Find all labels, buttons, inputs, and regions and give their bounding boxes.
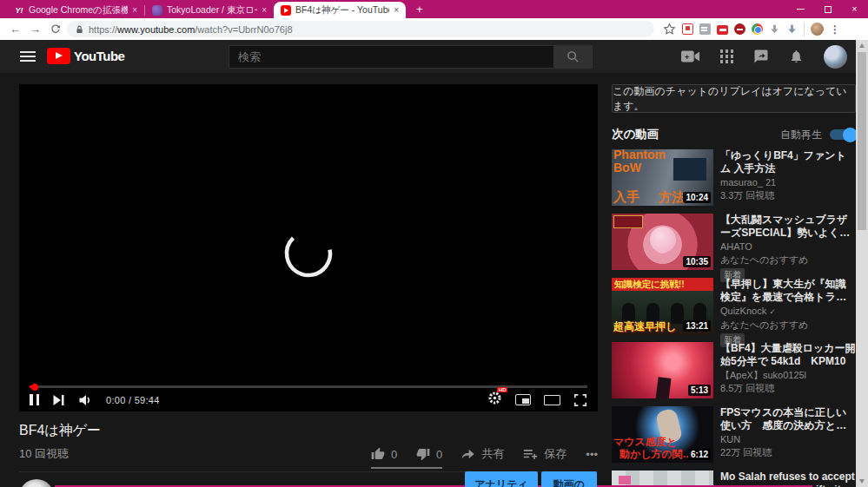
back-button[interactable]: ← xyxy=(7,23,23,35)
tab-close-icon[interactable]: × xyxy=(132,5,137,15)
suggested-views: 3.3万 回視聴 xyxy=(720,189,856,201)
theater-mode-button[interactable] xyxy=(544,395,560,405)
like-count: 0 xyxy=(391,448,397,461)
suggested-title[interactable]: 【大乱闘スマッシュブラザーズSPECIAL】勢いよく飛び出し... xyxy=(720,214,856,240)
video-thumbnail[interactable]: マウス感度と 動かし方の関.. 6:12 xyxy=(612,406,713,463)
share-button[interactable]: 共有 xyxy=(461,446,504,462)
video-thumbnail[interactable]: Phantom BoW 入手 方法 10:24 xyxy=(612,149,713,206)
chrome-menu-icon[interactable]: ⋮ xyxy=(830,23,840,36)
toolbar-separator xyxy=(804,23,805,36)
pause-button[interactable] xyxy=(30,394,39,405)
maximize-button[interactable] xyxy=(814,0,841,18)
tab-close-icon[interactable]: × xyxy=(394,5,399,15)
close-button[interactable]: × xyxy=(841,0,868,18)
suggested-video-2[interactable]: 10:35 【大乱闘スマッシュブラザーズSPECIAL】勢いよく飛び出し... … xyxy=(612,214,856,270)
more-actions-button[interactable]: ••• xyxy=(586,448,598,461)
plus-icon: + xyxy=(685,53,689,62)
thumbnail-art xyxy=(613,215,643,228)
account-avatar[interactable] xyxy=(824,45,847,69)
youtube-logo[interactable]: YouTube xyxy=(47,48,124,64)
browser-tab-1[interactable]: Y! Google Chromeの拡張機能につい × xyxy=(7,2,144,18)
extension-icon-1[interactable] xyxy=(682,23,693,35)
download-arrow-icon-2[interactable] xyxy=(786,23,798,35)
grape-favicon xyxy=(152,5,162,16)
hamburger-menu-icon[interactable] xyxy=(20,51,36,62)
suggested-video-4[interactable]: 5:13 【BF4】大量虐殺ロッカー開始5分半で 54k1d KPM10 【Ap… xyxy=(612,342,856,398)
thumbnail-text: 方法 xyxy=(659,189,685,206)
create-video-button[interactable]: + xyxy=(681,49,700,63)
next-button[interactable] xyxy=(52,393,65,407)
notifications-bell-icon[interactable] xyxy=(789,49,804,64)
video-thumbnail[interactable]: 知識検定に挑戦!! 超高速早押し 13:21 xyxy=(612,278,713,334)
extension-icon-5[interactable] xyxy=(752,23,763,35)
forward-button[interactable]: → xyxy=(27,23,43,35)
autoplay-toggle[interactable] xyxy=(830,129,856,140)
analytics-button[interactable]: アナリティクス xyxy=(465,471,538,487)
like-button[interactable]: 0 xyxy=(371,447,397,461)
dislike-button[interactable]: 0 xyxy=(416,447,442,461)
tab-close-icon[interactable]: × xyxy=(262,5,267,15)
player-controls: 0:00 / 59:44 HD xyxy=(19,382,598,411)
suggested-channel: 【ApeX】suko0125l xyxy=(720,369,856,381)
reload-button[interactable] xyxy=(47,23,63,36)
suggested-title[interactable]: FPSマウスの本当に正しい使い方 感度の決め方と動かし方 xyxy=(720,406,856,432)
thumbnail-text: 動かし方の関.. xyxy=(620,447,689,462)
channel-avatar[interactable] xyxy=(19,479,54,487)
search-area xyxy=(229,45,593,69)
duration-badge: 10:24 xyxy=(683,192,711,203)
save-button[interactable]: 保存 xyxy=(523,446,567,462)
settings-button[interactable]: HD xyxy=(487,391,502,409)
profile-avatar[interactable] xyxy=(811,23,824,36)
new-tab-button[interactable]: + xyxy=(416,3,423,16)
thumbnail-art xyxy=(655,377,671,398)
video-thumbnail[interactable]: 10:35 xyxy=(612,214,713,270)
browser-tab-2[interactable]: TokyoLoader / 東京ローダー × xyxy=(145,2,274,18)
thumbnail-text: 超高速早押し xyxy=(613,319,676,334)
tab-title: Google Chromeの拡張機能につい xyxy=(29,4,128,16)
bookmark-star-icon[interactable] xyxy=(663,23,676,36)
autoplay-label: 自動再生 xyxy=(780,128,822,142)
miniplayer-button[interactable] xyxy=(515,394,531,405)
browser-window: Y! Google Chromeの拡張機能につい × TokyoLoader /… xyxy=(0,0,868,487)
duration-badge: 6:12 xyxy=(688,449,711,460)
suggested-views: 8.5万 回視聴 xyxy=(720,382,856,394)
suggested-meta: あなたへのおすすめ xyxy=(720,253,856,266)
suggested-video-3[interactable]: 知識検定に挑戦!! 超高速早押し 13:21 【早押し】東大生が『知識検定』を最… xyxy=(612,278,856,334)
control-right: HD xyxy=(487,391,587,409)
fullscreen-button[interactable] xyxy=(573,393,587,407)
extension-icon-4[interactable] xyxy=(734,23,745,35)
scrollbar-down-arrow[interactable] xyxy=(859,479,865,484)
suggested-title[interactable]: 【早押し】東大生が『知識検定』を最速で合格トライ！【5... xyxy=(720,278,856,304)
video-thumbnail[interactable]: 5:13 xyxy=(612,342,713,398)
suggested-video-5[interactable]: マウス感度と 動かし方の関.. 6:12 FPSマウスの本当に正しい使い方 感度… xyxy=(612,406,856,463)
duration-badge: 13:21 xyxy=(683,320,711,332)
chat-replay-notice: この動画のチャットのリプレイはオフになっています。 xyxy=(612,84,856,113)
thumbnail-art xyxy=(619,476,631,484)
minimize-button[interactable] xyxy=(787,0,814,18)
scrollbar-thumb[interactable] xyxy=(858,52,866,230)
suggested-channel: QuizKnock ✓ xyxy=(720,305,856,318)
progress-handle[interactable] xyxy=(31,384,38,391)
extension-icon-2[interactable] xyxy=(699,23,711,35)
rating-group: 0 0 xyxy=(371,447,442,469)
scrollbar-up-arrow[interactable] xyxy=(859,43,865,48)
suggested-title[interactable]: 「ゆっくりBF4」ファントム 入手方法 xyxy=(720,149,856,175)
youtube-favicon xyxy=(281,5,291,16)
suggested-video-1[interactable]: Phantom BoW 入手 方法 10:24 「ゆっくりBF4」ファントム 入… xyxy=(612,149,856,206)
address-bar[interactable]: https://www.youtube.com/watch?v=UbrrN0o7… xyxy=(67,21,654,37)
suggested-title[interactable]: 【BF4】大量虐殺ロッカー開始5分半で 54k1d KPM10 xyxy=(720,342,856,368)
video-details: 【早押し】東大生が『知識検定』を最速で合格トライ！【5... QuizKnock… xyxy=(720,278,856,334)
extension-icon-3[interactable] xyxy=(717,25,728,35)
video-player[interactable]: 0:00 / 59:44 HD xyxy=(19,84,598,411)
reload-icon xyxy=(50,23,61,34)
search-input[interactable] xyxy=(229,45,554,69)
youtube-apps-icon[interactable] xyxy=(720,49,734,63)
edit-video-button[interactable]: 動画の編集 xyxy=(541,471,597,487)
messages-icon[interactable] xyxy=(753,49,769,64)
search-button[interactable] xyxy=(554,45,593,69)
browser-tab-active[interactable]: BF4は神ゲー - YouTube × xyxy=(274,2,406,18)
thumbnail-text: 入手 xyxy=(613,189,639,206)
volume-icon[interactable] xyxy=(78,393,93,407)
page-scrollbar[interactable] xyxy=(856,40,868,487)
download-arrow-icon-1[interactable] xyxy=(769,23,780,35)
